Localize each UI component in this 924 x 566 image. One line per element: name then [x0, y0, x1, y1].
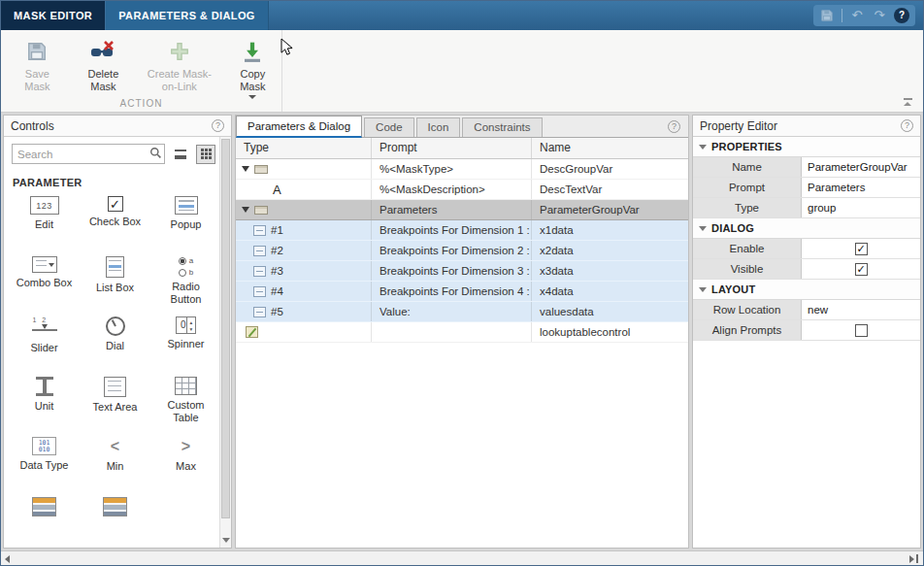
enable-checkbox[interactable] — [855, 243, 868, 255]
name-cell: lookuptablecontrol — [532, 322, 688, 342]
scroll-left-icon[interactable] — [5, 555, 10, 563]
control-item-container-2[interactable] — [80, 497, 150, 548]
grid-view-button[interactable] — [196, 145, 215, 164]
property-row-prompt: Prompt Parameters — [693, 178, 920, 198]
control-item-label: Unit — [35, 400, 54, 413]
table-row-x1data[interactable]: #1 Breakpoints For Dimension 1 : x1data — [236, 220, 688, 241]
property-label: Visible — [693, 259, 802, 279]
property-value-row-location[interactable]: new — [802, 300, 920, 319]
scroll-right-icon[interactable] — [909, 555, 914, 563]
control-item-data-type[interactable]: Data Type — [9, 437, 80, 487]
save-mask-button[interactable]: Save Mask — [9, 35, 66, 99]
property-value-visible — [802, 259, 920, 279]
expander-down-icon[interactable] — [242, 207, 249, 213]
tab-constraints[interactable]: Constraints — [462, 117, 542, 137]
control-item-label: Edit — [35, 218, 53, 231]
list-view-icon — [175, 150, 186, 159]
control-item-list-box[interactable]: List Box — [80, 256, 150, 307]
row-index-label: #1 — [271, 224, 283, 236]
name-cell: x4data — [532, 282, 688, 301]
property-label: Align Prompts — [693, 320, 802, 340]
table-row-lookuptablecontrol[interactable]: lookuptablecontrol — [236, 322, 688, 343]
list-view-button[interactable] — [171, 145, 190, 164]
prompt-cell: Breakpoints For Dimension 1 : — [372, 220, 532, 240]
titlebar: MASK EDITOR PARAMETERS & DIALOG ? — [1, 1, 923, 30]
visible-checkbox[interactable] — [855, 263, 868, 276]
titlebar-tab-parameters-dialog[interactable]: PARAMETERS & DIALOG — [105, 1, 269, 30]
table-row-x3data[interactable]: #3 Breakpoints For Dimension 3 : x3data — [236, 261, 688, 282]
name-cell: DescGroupVar — [532, 159, 688, 179]
undo-icon[interactable] — [849, 8, 865, 23]
expander-down-icon[interactable] — [242, 166, 249, 172]
align-prompts-checkbox[interactable] — [855, 324, 868, 337]
text-control-icon: A — [273, 183, 281, 197]
save-mask-label: Save Mask — [12, 68, 63, 92]
table-row-desc-group[interactable]: %<MaskType> DescGroupVar — [236, 159, 688, 180]
lookup-table-icon — [246, 326, 258, 338]
main-area: Controls PARAMETER — [1, 113, 923, 550]
help-button[interactable]: ? — [894, 8, 909, 23]
prompt-cell: Breakpoints For Dimension 4 : — [372, 282, 532, 301]
search-input[interactable] — [12, 144, 165, 164]
prompt-cell — [372, 322, 532, 342]
tab-icon[interactable]: Icon — [416, 117, 461, 137]
property-value-prompt[interactable]: Parameters — [802, 178, 920, 197]
copy-mask-button[interactable]: Copy Mask — [224, 35, 281, 99]
titlebar-tab-mask-editor[interactable]: MASK EDITOR — [1, 1, 105, 30]
edit-field-icon — [253, 246, 266, 256]
control-item-text-area[interactable]: Text Area — [80, 377, 150, 427]
control-item-unit[interactable]: Unit — [9, 377, 80, 427]
control-item-dial[interactable]: Dial — [80, 316, 150, 367]
property-value-name[interactable]: ParameterGroupVar — [802, 157, 920, 177]
control-item-radio-button[interactable]: Radio Button — [150, 256, 221, 307]
control-item-max[interactable]: Max — [150, 437, 221, 487]
property-value-align-prompts — [802, 320, 920, 340]
control-item-popup[interactable]: Popup — [150, 196, 221, 247]
control-item-combo-box[interactable]: Combo Box — [9, 256, 80, 307]
group-icon — [254, 206, 268, 215]
section-label: DIALOG — [711, 222, 754, 234]
action-group-label: ACTION — [1, 98, 281, 109]
control-item-min[interactable]: Min — [80, 437, 150, 487]
dial-control-icon — [106, 316, 125, 336]
section-layout[interactable]: LAYOUT — [693, 280, 920, 300]
section-properties[interactable]: PROPERTIES — [693, 137, 920, 157]
control-item-slider[interactable]: Slider — [9, 316, 80, 367]
table-row-parameters-selected[interactable]: Parameters ParameterGroupVar — [236, 200, 688, 220]
slider-control-icon — [30, 316, 59, 338]
control-item-container-1[interactable] — [9, 497, 80, 548]
custom-table-control-icon — [175, 377, 197, 395]
delete-mask-button[interactable]: Delete Mask — [72, 35, 135, 99]
edit-field-icon — [253, 307, 266, 317]
table-row-desc-text[interactable]: A %<MaskDescription> DescTextVar — [236, 180, 688, 200]
controls-scrollbar[interactable] — [219, 137, 231, 548]
control-item-spinner[interactable]: Spinner — [150, 316, 221, 367]
property-editor-help-icon[interactable] — [901, 119, 913, 132]
collapse-ribbon-button[interactable] — [901, 98, 914, 106]
tab-parameters-and-dialog[interactable]: Parameters & Dialog — [236, 116, 362, 138]
scroll-down-icon[interactable] — [222, 538, 230, 543]
combo-box-control-icon — [32, 256, 57, 273]
editor-tabs: Parameters & Dialog Code Icon Constraint… — [236, 116, 688, 138]
controls-help-icon[interactable] — [212, 119, 224, 132]
section-dialog[interactable]: DIALOG — [693, 218, 920, 239]
table-row-x4data[interactable]: #4 Breakpoints For Dimension 4 : x4data — [236, 282, 688, 302]
save-icon[interactable] — [819, 8, 835, 23]
collapse-bar-icon — [904, 98, 912, 100]
control-item-custom-table[interactable]: Custom Table — [150, 377, 221, 427]
control-item-edit[interactable]: Edit — [9, 196, 80, 247]
control-item-label: Combo Box — [16, 277, 72, 289]
property-value-type[interactable]: group — [802, 198, 920, 217]
controls-body: PARAMETER Edit Check Box Popup — [4, 137, 231, 548]
scrollbar-thumb[interactable] — [221, 139, 230, 518]
prompt-cell: Breakpoints For Dimension 3 : — [372, 261, 532, 281]
control-item-label: Spinner — [168, 338, 205, 350]
editor-help-icon[interactable] — [668, 120, 680, 133]
table-row-x2data[interactable]: #2 Breakpoints For Dimension 2 : x2data — [236, 241, 688, 261]
property-label: Type — [693, 198, 802, 217]
table-row-valuesdata[interactable]: #5 Value: valuesdata — [236, 302, 688, 322]
redo-icon[interactable] — [872, 8, 887, 23]
control-item-check-box[interactable]: Check Box — [80, 196, 150, 247]
tab-code[interactable]: Code — [364, 117, 414, 137]
create-mask-on-link-button[interactable]: Create Mask-on-Link — [141, 35, 218, 99]
